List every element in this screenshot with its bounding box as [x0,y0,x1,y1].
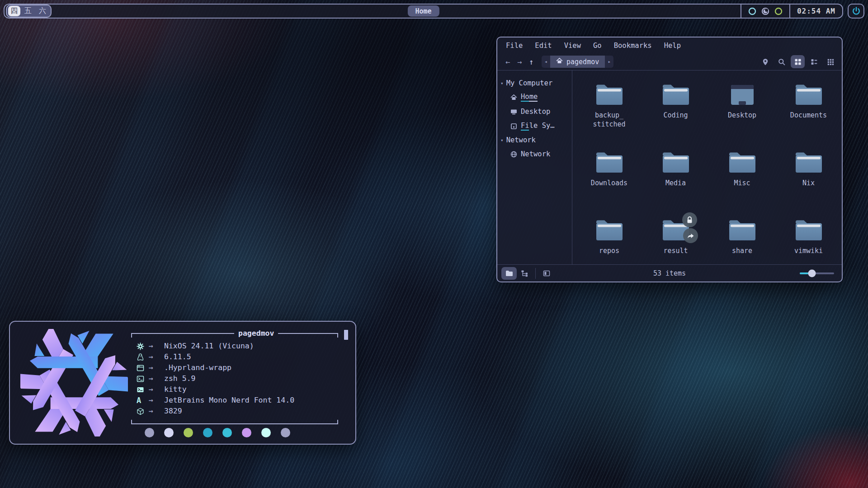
fetch-value: 3829 [164,406,182,417]
folder-item-Coding[interactable]: Coding [643,83,708,151]
pin-button[interactable] [758,55,772,68]
folder-icon [595,219,624,242]
sidebar-group-my-computer[interactable]: ▾My Computer [497,76,572,90]
tux-icon [137,353,149,361]
status-bar: 53 items [497,264,842,282]
fastfetch-output: pagedmov →NixOS 24.11 (Vicuna)→6.11.5→.H… [131,326,348,439]
menu-edit[interactable]: Edit [535,42,552,50]
fetch-row-1: →6.11.5 [131,352,348,362]
folder-item-Media[interactable]: Media [643,151,708,219]
path-scroll-left-icon[interactable]: ◂ [542,56,550,68]
folder-item-Downloads[interactable]: Downloads [576,151,642,219]
toggle-sidebar-button[interactable] [539,267,554,280]
palette-dot-3 [203,428,212,437]
path-scroll-right-icon[interactable]: ▸ [605,56,613,68]
folder-item-backup_stitched[interactable]: backup_ stitched [576,83,642,151]
places-sidebar: ▾My ComputerHomeDesktopFile Sy…▾NetworkN… [497,70,572,264]
terminal-icon [137,375,149,383]
palette-dot-5 [242,428,251,437]
fetch-value: zsh 5.9 [164,373,196,384]
workspace-switcher: 四五六 [6,5,52,18]
pin-icon [762,58,769,66]
toolbar-view-buttons [758,55,837,68]
chevron-down-icon: ▾ [500,80,504,86]
fetch-value: 6.11.5 [164,352,191,362]
arrow-icon: → [149,384,164,395]
fetch-row-2: →.Hyprland-wrapp [131,362,348,373]
statusbar-divider [535,268,536,279]
sidebar-item-home[interactable]: Home [497,90,572,104]
arrow-icon: → [149,352,164,362]
folder-icon [595,151,624,174]
terminal-filled-icon [137,386,149,394]
window-icon [137,364,149,372]
folder-item-Nix[interactable]: Nix [776,151,841,219]
places-pane-button[interactable] [501,267,517,280]
folder-icon [661,219,690,242]
box-border-left [131,333,234,338]
grid-button[interactable] [791,55,805,68]
sidebar-group-label: Network [506,136,536,144]
arrow-icon: → [149,341,164,352]
desktop-icon [728,83,757,107]
menu-file[interactable]: File [506,42,523,50]
folder-name: Downloads [591,178,627,188]
menu-help[interactable]: Help [664,42,681,50]
path-segment-home[interactable]: pagedmov [550,56,605,68]
nixos-logo [17,326,131,439]
folder-icon [661,151,690,174]
folder-icon [794,151,823,174]
home-icon [556,57,563,66]
folder-name: vimwiki [794,246,823,255]
package-icon [137,408,149,415]
search-button[interactable] [774,55,788,68]
compact-button[interactable] [823,55,837,68]
compact-icon [827,58,834,66]
system-gauges [741,5,789,18]
sidebar-item-network[interactable]: Network [497,147,572,161]
list-button[interactable] [807,55,821,68]
fetch-hostname: pagedmov [234,328,278,339]
back-button[interactable]: ← [502,56,514,68]
palette-dot-1 [164,428,174,437]
palette-dot-4 [222,428,232,437]
file-manager-window: FileEditViewGoBookmarksHelp ← → ↑ ◂ page… [496,37,843,282]
menu-go[interactable]: Go [593,42,602,50]
sidebar-item-filesy[interactable]: File Sy… [497,119,572,133]
file-manager-body: ▾My ComputerHomeDesktopFile Sy…▾NetworkN… [497,70,842,264]
folder-icon [794,83,823,107]
fetch-value: NixOS 24.11 (Vicuna) [164,341,254,352]
nix-icon [137,343,149,350]
menu-view[interactable]: View [564,42,581,50]
fetch-row-5: A→JetBrains Mono Nerd Font 14.0 [131,395,348,406]
active-window-title[interactable]: Home [407,5,439,17]
top-bar-right: 02:54 AM [741,5,842,18]
terminal-window[interactable]: pagedmov →NixOS 24.11 (Vicuna)→6.11.5→.H… [9,321,356,445]
workspace-五[interactable]: 五 [21,6,35,16]
forward-button[interactable]: → [514,56,525,68]
fetch-row-6: →3829 [131,406,348,417]
folder-name: backup_ stitched [593,111,625,129]
icon-size-slider[interactable] [800,272,834,274]
folder-name: Documents [790,111,827,120]
folder-item-Misc[interactable]: Misc [709,151,775,219]
power-button[interactable] [848,4,864,19]
workspace-四[interactable]: 四 [8,6,20,16]
sidebar-group-label: My Computer [506,79,553,87]
workspace-六[interactable]: 六 [36,6,49,16]
up-button[interactable]: ↑ [525,56,537,68]
folder-item-Documents[interactable]: Documents [776,83,841,151]
sidebar-item-desktop[interactable]: Desktop [497,104,572,119]
font-icon: A [137,395,149,406]
folder-icon [661,83,690,107]
slider-handle[interactable] [808,269,816,277]
box-border-right [278,333,338,338]
color-palette [145,428,348,437]
sidebar-group-network[interactable]: ▾Network [497,133,572,147]
menu-bookmarks[interactable]: Bookmarks [614,42,652,50]
folder-item-Desktop[interactable]: Desktop [709,83,775,151]
sidebar-item-label: Network [521,150,550,158]
search-icon [778,58,785,66]
tree-pane-button[interactable] [517,267,532,280]
fetch-row-4: →kitty [131,384,348,395]
